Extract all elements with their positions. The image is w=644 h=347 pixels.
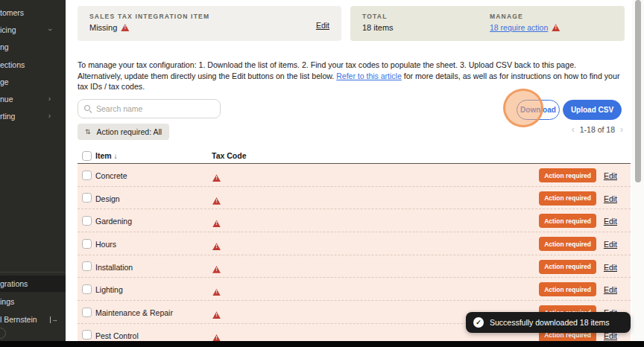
row-checkbox[interactable] — [82, 308, 92, 317]
item-name: Concrete — [95, 171, 127, 180]
action-required-badge: Action required — [539, 168, 596, 182]
sidebar-item-label: ections — [0, 60, 25, 69]
chevron-icon: › — [48, 95, 51, 103]
sidebar-item[interactable]: tomers — [0, 4, 66, 21]
totals-card: TOTAL 18 items MANAGE 18 require action — [350, 6, 625, 41]
item-name: Maintenance & Repair — [95, 308, 173, 317]
require-action-link[interactable]: 18 require action — [490, 23, 548, 32]
sidebar-item-label: ng — [0, 42, 9, 51]
row-edit-link[interactable]: Edit — [604, 171, 617, 180]
table-row: Hours Action required Edit — [78, 232, 631, 255]
select-all-checkbox[interactable] — [82, 151, 92, 161]
next-page-icon[interactable]: › — [620, 125, 623, 134]
prev-page-icon[interactable]: ‹ — [572, 125, 575, 134]
chevron-icon: › — [45, 28, 53, 31]
row-checkbox[interactable] — [82, 239, 92, 249]
sidebar: tomers icing › ng ections ge nue › rting… — [0, 0, 66, 347]
sidebar-item[interactable]: ng — [0, 39, 66, 56]
table-header: Item ↓ Tax Code — [78, 151, 631, 164]
pagination: ‹ 1-18 of 18 › — [572, 125, 623, 134]
warning-icon — [552, 24, 560, 31]
row-checkbox[interactable] — [82, 330, 92, 340]
row-checkbox[interactable] — [82, 261, 92, 271]
instructions-text: To manage your tax configuration: 1. Dow… — [78, 60, 620, 92]
row-checkbox[interactable] — [82, 284, 92, 294]
integration-edit-link[interactable]: Edit — [316, 21, 329, 30]
row-checkbox[interactable] — [82, 193, 92, 203]
row-edit-link[interactable]: Edit — [604, 194, 617, 203]
sidebar-item-label: ge — [0, 77, 9, 86]
item-name: Gardening — [95, 217, 132, 226]
item-name: Pest Control — [95, 331, 139, 340]
sidebar-item-label: nue — [0, 95, 13, 104]
action-required-badge: Action required — [539, 282, 596, 296]
upload-csv-button[interactable]: Upload CSV — [563, 100, 622, 120]
scrollbar-track[interactable] — [632, 0, 644, 341]
item-column-header: Item — [95, 151, 112, 160]
item-name: Lighting — [95, 285, 123, 294]
row-edit-link[interactable]: Edit — [604, 240, 617, 249]
toast-notification: ✓ Successfully downloaded 18 items — [466, 312, 631, 333]
row-edit-link[interactable]: Edit — [604, 263, 617, 272]
toast-message: Successfully downloaded 18 items — [490, 318, 610, 327]
row-edit-link[interactable]: Edit — [604, 217, 617, 226]
sidebar-item-label: ings — [0, 297, 14, 306]
sidebar-item-label: icing — [0, 25, 16, 34]
scrollbar-thumb[interactable] — [635, 0, 641, 182]
sidebar-item-label: rting — [0, 112, 15, 121]
card-label: SALES TAX INTEGRATION ITEM — [89, 13, 209, 20]
action-required-badge: Action required — [539, 191, 596, 206]
filter-label: Action required: All — [97, 127, 162, 136]
table-row: Concrete Action required Edit — [78, 164, 631, 187]
table-row: Gardening Action required Edit — [78, 209, 631, 232]
row-checkbox[interactable] — [82, 171, 92, 180]
sidebar-item[interactable]: rting › — [0, 108, 66, 125]
search-input[interactable] — [96, 104, 214, 113]
download-button[interactable]: Download — [517, 100, 560, 120]
warning-icon — [121, 24, 129, 31]
table-row: Installation Action required Edit — [78, 255, 631, 278]
sidebar-item-settings[interactable]: ings — [0, 293, 66, 310]
warning-icon — [212, 174, 221, 182]
total-items-value: 18 items — [362, 23, 394, 32]
logout-icon[interactable]: → — [50, 316, 58, 323]
item-name: Design — [95, 194, 120, 203]
table-row: Design Action required Edit — [78, 187, 631, 210]
warning-icon — [212, 220, 221, 227]
action-required-badge: Action required — [539, 214, 596, 228]
warning-icon — [212, 197, 221, 205]
chevron-icon: › — [48, 112, 51, 120]
sidebar-item-integrations[interactable]: grations — [0, 276, 66, 292]
item-name: Installation — [95, 263, 133, 272]
tax-code-column-header: Tax Code — [212, 151, 246, 160]
sidebar-nav: tomers icing › ng ections ge nue › rting… — [0, 4, 66, 125]
sidebar-item[interactable]: ge — [0, 73, 66, 90]
integration-status-value: Missing — [89, 23, 117, 32]
warning-icon — [212, 243, 221, 250]
sidebar-item[interactable]: icing › — [0, 21, 66, 38]
search-box[interactable] — [78, 99, 221, 118]
search-icon — [84, 105, 92, 112]
action-required-badge: Action required — [539, 237, 596, 251]
card-label: MANAGE — [490, 13, 560, 20]
warning-icon — [212, 311, 221, 319]
sidebar-item-label: grations — [0, 279, 28, 288]
bottom-edge-bar — [0, 341, 644, 347]
warning-icon — [212, 288, 221, 296]
action-required-badge: Action required — [539, 260, 596, 274]
row-checkbox[interactable] — [82, 216, 92, 226]
action-required-filter[interactable]: ⇅ Action required: All — [78, 124, 169, 140]
main-content: SALES TAX INTEGRATION ITEM Missing Edit … — [66, 0, 632, 341]
warning-icon — [212, 266, 221, 273]
row-edit-link[interactable]: Edit — [604, 285, 617, 294]
refer-article-link[interactable]: Refer to this article — [336, 71, 402, 80]
sidebar-item-label: l Bernstein — [0, 315, 37, 324]
sidebar-item[interactable]: nue › — [0, 90, 66, 107]
pagination-text: 1-18 of 18 — [580, 125, 615, 134]
sidebar-item-account[interactable]: l Bernstein → — [0, 311, 66, 328]
checkmark-icon: ✓ — [473, 317, 484, 328]
sort-descending-icon[interactable]: ↓ — [114, 152, 118, 160]
sidebar-item-label: tomers — [0, 8, 24, 17]
sidebar-item[interactable]: ections — [0, 56, 66, 73]
table-row: Lighting Action required Edit — [78, 278, 631, 301]
